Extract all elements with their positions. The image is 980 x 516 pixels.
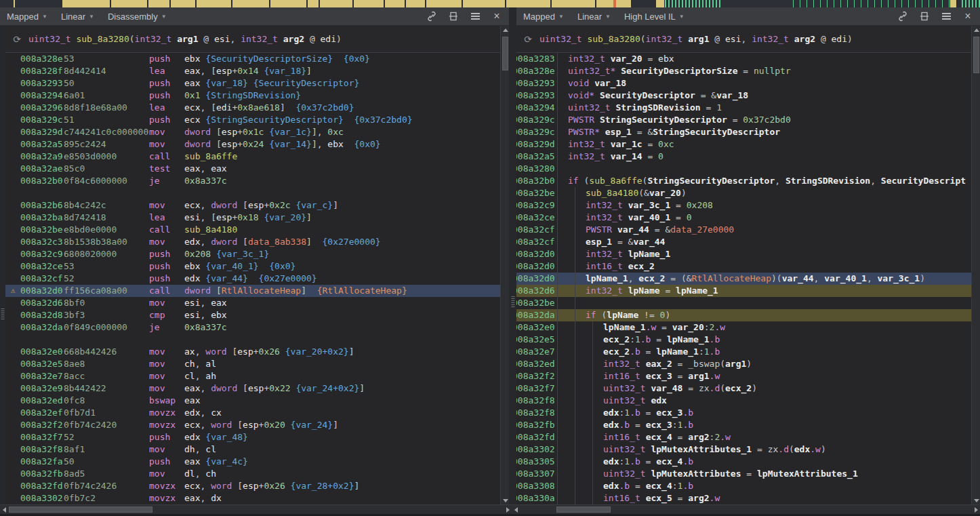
asm-row[interactable]: 008a32e78accmovcl, ah [5, 370, 500, 382]
hlil-row[interactable]: 008a32c9int32_t var_3c_1 = 0x208 [516, 199, 971, 212]
hlil-row[interactable]: 008a328euint32_t* SecurityDescriptorSize… [516, 65, 971, 77]
asm-row[interactable]: 008a32bee8bd0e0000callsub_8a4180 [5, 224, 500, 236]
hlil-row[interactable]: 008a32d6int32_t lpName = lpName_1 [516, 285, 971, 297]
collapse-toggle-icon[interactable]: ⟳ [516, 34, 539, 45]
hlil-row[interactable]: 008a32f8uint32_t edx [516, 395, 971, 407]
hlil-row[interactable]: 008a32b0if (sub_8a6ffe(StringSecurityDes… [516, 175, 971, 187]
hlil-row[interactable]: 008a330aint16_t ecx_5 = arg2.w [516, 492, 971, 504]
hlil-row[interactable]: 008a3294uint32_t StringSDRevision = 1 [516, 102, 971, 114]
hlil-row[interactable]: 008a32cfesp_1 = &var_44 [516, 236, 971, 248]
asm-row[interactable]: 008a33020fb7c2movzxeax, dx [5, 492, 500, 504]
asm-row[interactable]: 008a32da0f849c000000je0x8a337c [5, 321, 500, 334]
split-icon[interactable] [919, 11, 930, 22]
scrollbar-thumb[interactable] [9, 507, 152, 513]
left-view-menu-mapped[interactable]: Mapped▼ [7, 12, 47, 22]
scrollbar-thumb[interactable] [973, 37, 979, 73]
asm-row[interactable]: 008a32f752pushedx {var_48} [5, 431, 500, 443]
left-horizontal-scrollbar[interactable] [0, 504, 512, 514]
asm-row[interactable]: 008a328f8d442414leaeax, [esp+0x14 {var_1… [5, 65, 500, 77]
scroll-down-button[interactable] [972, 496, 980, 504]
asm-row[interactable]: 008a32fa50pusheax {var_4c} [5, 456, 500, 468]
asm-row[interactable]: 008a32d68bf0movesi, eax [5, 297, 500, 309]
hlil-row[interactable]: 008a3307uint32_t lpMutexAttributes = lpM… [516, 468, 971, 480]
hlil-row[interactable]: 008a32f7uint32_t var_48 = zx.d(ecx_2) [516, 382, 971, 395]
split-icon[interactable] [448, 11, 459, 22]
close-icon[interactable]: × [962, 11, 973, 22]
asm-row[interactable]: 008a32ba8d742418leaesi, [esp+0x18 {var_2… [5, 212, 500, 224]
asm-row[interactable]: 008a329dc744241c0c000000movdword [esp+0x… [5, 126, 500, 138]
hlil-row[interactable]: 008a32d0int16_t ecx_2 [516, 260, 971, 273]
hlil-row[interactable]: 008a32cfPWSTR var_44 = &data_27e0000 [516, 224, 971, 236]
hlil-row[interactable]: 008a32fdint16_t ecx_4 = arg2:2.w [516, 431, 971, 443]
asm-row[interactable]: 008a32968d8f18e68a00leaecx, [edi+0x8ae61… [5, 102, 500, 114]
asm-row[interactable]: 008a32e98b442422moveax, dword [esp+0x22 … [5, 382, 500, 395]
hlil-row[interactable]: 008a32f2int16_t ecx_3 = arg1.w [516, 370, 971, 382]
scrollbar-thumb[interactable] [556, 507, 611, 513]
collapse-toggle-icon[interactable]: ⟳ [5, 34, 28, 45]
hlil-row[interactable]: 008a3280 [516, 163, 971, 175]
hlil-row[interactable]: 008a3302uint32_t lpMutexAttributes_1 = z… [516, 443, 971, 456]
scroll-left-button[interactable] [512, 505, 520, 514]
right-horizontal-scrollbar[interactable] [512, 504, 980, 514]
hlil-row[interactable]: 008a3283int32_t var_20 = ebx [516, 53, 971, 65]
menu-icon[interactable] [470, 11, 481, 22]
asm-row[interactable]: 008a32946a01push0x1 {StringSDRevision} [5, 90, 500, 102]
hlil-row[interactable]: 008a32fbedx.b = ecx_3:1.b [516, 419, 971, 431]
asm-row[interactable]: 008a32a5895c2424movdword [esp+0x24 {var_… [5, 138, 500, 151]
hlil-row[interactable]: 008a32a5int32_t var_14 = 0 [516, 151, 971, 163]
asm-row[interactable]: 008a329350pusheax {var_18} {SecurityDesc… [5, 77, 500, 90]
scroll-right-button[interactable] [972, 505, 980, 514]
hlil-row[interactable]: 008a3308edx.b = ecx_4:1.b [516, 480, 971, 492]
right-view-menu-hlil[interactable]: High Level IL▼ [624, 12, 685, 22]
pane-splitter[interactable] [509, 7, 516, 514]
hlil-row[interactable]: 008a329dint32_t var_1c = 0xc [516, 138, 971, 151]
asm-row[interactable]: 008a32a9e8503d0000callsub_8a6ffe [5, 151, 500, 163]
hlil-row[interactable]: 008a32e7ecx_2.b = lpName_1:1.b [516, 346, 971, 358]
hlil-row[interactable]: 008a329cPWSTR* esp_1 = &StringSecurityDe… [516, 126, 971, 138]
asm-row[interactable]: 008a32fb8ad5movdl, ch [5, 468, 500, 480]
asm-row[interactable]: 008a32b00f84c6000000je0x8a337c [5, 175, 500, 187]
hlil-row[interactable]: 008a329cPWSTR StringSecurityDescriptor =… [516, 114, 971, 126]
asm-row[interactable]: 008a32fd0fb74c2426movzxecx, word [esp+0x… [5, 480, 500, 492]
asm-row[interactable]: 008a32e58ae8movch, al [5, 358, 500, 370]
asm-row[interactable]: 008a32b68b4c242cmovecx, dword [esp+0x2c … [5, 199, 500, 212]
asm-row[interactable]: 008a32cf52pushedx {var_44} {0x27e0000} [5, 273, 500, 285]
asm-row[interactable]: 008a32f20fb74c2420movzxecx, word [esp+0x… [5, 419, 500, 431]
link-icon[interactable] [426, 11, 437, 22]
menu-icon[interactable] [941, 11, 952, 22]
right-vertical-scrollbar[interactable] [971, 26, 980, 504]
asm-row[interactable]: 008a32c96808020000push0x208 {var_3c_1} [5, 248, 500, 260]
asm-row[interactable]: 008a328e53pushebx {SecurityDescriptorSiz… [5, 53, 500, 65]
hlil-row[interactable]: 008a32ceint32_t var_40_1 = 0 [516, 212, 971, 224]
hlil-row[interactable]: 008a32besub_8a4180(&var_20) [516, 187, 971, 199]
hlil-row[interactable]: 008a32e5ecx_2:1.b = lpName_1.b [516, 334, 971, 346]
asm-row[interactable]: 008a32f88af1movdh, cl [5, 443, 500, 456]
asm-row[interactable]: 008a32ed0fc8bswapeax [5, 395, 500, 407]
asm-row[interactable]: 008a32d83bf3cmpesi, ebx [5, 309, 500, 321]
hlil-row[interactable]: 008a32be [516, 297, 971, 309]
scroll-right-button[interactable] [504, 505, 512, 514]
hlil-row[interactable]: 008a32f8edx:1.b = ecx_3.b [516, 407, 971, 419]
asm-row[interactable]: ⚠008a32d0ff156ca08a00calldword [RtlAlloc… [5, 285, 500, 297]
left-vertical-scrollbar[interactable] [500, 26, 509, 504]
hlil-row[interactable]: 008a32d0int32_t lpName_1 [516, 248, 971, 260]
left-view-menu-linear[interactable]: Linear▼ [61, 12, 94, 22]
feature-map[interactable] [0, 0, 980, 7]
asm-row[interactable]: 008a32e0668b442426movax, word [esp+0x26 … [5, 346, 500, 358]
hlil-row[interactable]: 008a32d0lpName_1, ecx_2 = (&RtlAllocateH… [516, 273, 971, 285]
hlil-row[interactable]: 008a3305edx:1.b = ecx_4.b [516, 456, 971, 468]
scrollbar-thumb[interactable] [502, 37, 508, 71]
right-view-menu-linear[interactable]: Linear▼ [577, 12, 611, 22]
hlil-row[interactable]: 008a3293void var_18 [516, 77, 971, 90]
right-view-menu-mapped[interactable]: Mapped▼ [523, 12, 564, 22]
left-view-menu-disassembly[interactable]: Disassembly▼ [108, 12, 167, 22]
hlil-row[interactable]: 008a3293void* SecurityDescriptor = &var_… [516, 90, 971, 102]
hlil-row[interactable]: 008a32edint32_t eax_2 = _bswap(arg1) [516, 358, 971, 370]
asm-row[interactable]: 008a329c51pushecx {StringSecurityDescrip… [5, 114, 500, 126]
asm-row[interactable]: 008a32c38b1538b38a00movedx, dword [data_… [5, 236, 500, 248]
close-icon[interactable]: × [491, 11, 502, 22]
scroll-left-button[interactable] [0, 505, 8, 514]
asm-row[interactable]: 008a32ae85c0testeax, eax [5, 163, 500, 175]
hlil-row[interactable]: 008a32daif (lpName != 0) [516, 309, 971, 321]
asm-row[interactable]: 008a32ce53pushebx {var_40_1} {0x0} [5, 260, 500, 273]
